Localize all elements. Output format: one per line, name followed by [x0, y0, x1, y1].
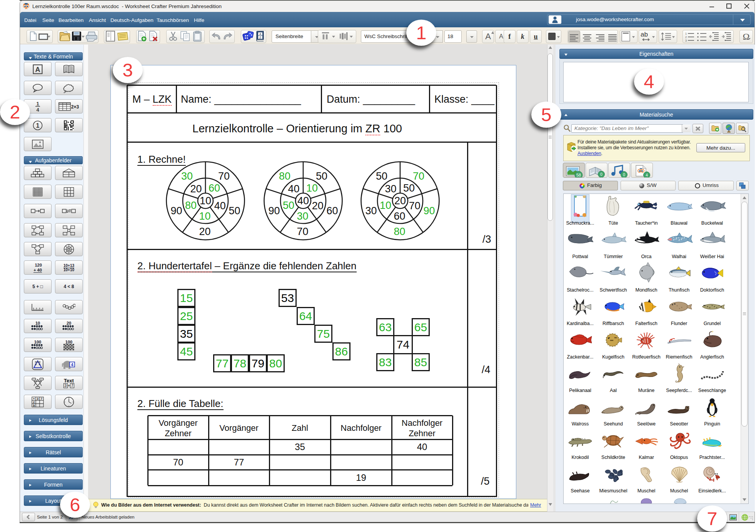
svg-text:4: 4 — [71, 362, 73, 367]
svg-text:40: 40 — [288, 183, 299, 195]
svg-text:7: 7 — [41, 397, 43, 400]
svg-text:58: 58 — [576, 173, 581, 177]
svg-text:10: 10 — [380, 200, 391, 211]
svg-text:30: 30 — [181, 170, 193, 182]
svg-text:1: 1 — [36, 122, 40, 129]
svg-text:30: 30 — [365, 205, 377, 217]
svg-text:80: 80 — [279, 170, 290, 182]
svg-text:1: 1 — [685, 32, 687, 35]
svg-text:20: 20 — [312, 200, 324, 212]
svg-text:0: 0 — [623, 173, 625, 177]
svg-text:2: 2 — [685, 36, 687, 38]
svg-text:10: 10 — [199, 210, 211, 222]
svg-text:50: 50 — [229, 205, 240, 217]
svg-text:90: 90 — [424, 205, 435, 217]
svg-text:70: 70 — [218, 170, 230, 182]
svg-text:60: 60 — [394, 210, 406, 222]
svg-text:100: 100 — [65, 340, 72, 344]
svg-text:70: 70 — [409, 200, 421, 212]
svg-text:80: 80 — [185, 200, 197, 211]
svg-text:70: 70 — [297, 226, 309, 237]
svg-text:20: 20 — [394, 195, 406, 207]
svg-text:4: 4 — [36, 107, 39, 112]
svg-text:A: A — [259, 33, 261, 35]
svg-text:3: 3 — [685, 39, 687, 42]
svg-text:10: 10 — [200, 195, 211, 207]
svg-text:50: 50 — [376, 170, 387, 182]
svg-text:0: 0 — [600, 172, 602, 177]
svg-text:A: A — [35, 66, 40, 73]
svg-text:10: 10 — [306, 182, 318, 194]
svg-text:+: + — [33, 397, 35, 400]
svg-text:40: 40 — [214, 200, 226, 212]
svg-text:3: 3 — [37, 397, 39, 400]
svg-text:30: 30 — [297, 210, 309, 222]
svg-text:2×3: 2×3 — [71, 104, 79, 110]
svg-text:10: 10 — [35, 321, 40, 325]
svg-text:40: 40 — [297, 195, 309, 207]
svg-text:100: 100 — [34, 340, 41, 344]
svg-text:30: 30 — [385, 183, 396, 195]
svg-text:90: 90 — [268, 205, 280, 217]
svg-text:5: 5 — [33, 404, 35, 407]
svg-text:50: 50 — [403, 182, 415, 194]
svg-text:1: 1 — [36, 101, 39, 107]
svg-text:50: 50 — [283, 200, 294, 211]
svg-text:60: 60 — [327, 205, 338, 217]
svg-text:80: 80 — [394, 226, 406, 237]
svg-text:20: 20 — [190, 183, 202, 195]
svg-text:20: 20 — [67, 321, 71, 325]
svg-text:60: 60 — [209, 182, 220, 194]
svg-text:4: 4 — [646, 173, 648, 177]
svg-text:20: 20 — [199, 226, 211, 237]
svg-text:70: 70 — [413, 170, 424, 182]
svg-text:90: 90 — [170, 205, 182, 217]
svg-text:50: 50 — [316, 170, 327, 182]
svg-text:Z: Z — [259, 36, 261, 39]
